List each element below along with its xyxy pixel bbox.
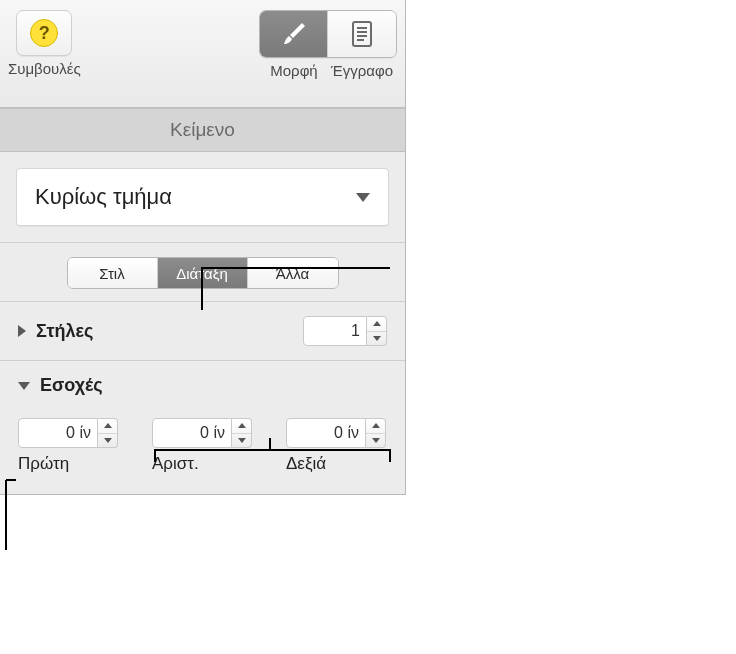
indent-left-group: 0 ίν Αριστ. [152, 418, 252, 474]
indent-right-stepper[interactable] [366, 418, 386, 448]
columns-field[interactable]: 1 [303, 316, 367, 346]
tips-button[interactable]: ? [16, 10, 72, 56]
document-icon [349, 19, 375, 49]
indents-label: Εσοχές [40, 375, 103, 396]
inspector-mode-segmented: Μορφή Έγγραφο [259, 10, 397, 79]
disclosure-down-icon[interactable] [18, 382, 30, 390]
columns-value: 1 [351, 322, 360, 340]
chevron-down-icon [356, 193, 370, 202]
toolbar: ? Συμβουλές [0, 0, 405, 108]
svg-rect-0 [353, 22, 371, 46]
indent-left-value: 0 ίν [200, 424, 225, 442]
format-inspector-panel: ? Συμβουλές [0, 0, 406, 495]
paragraph-style-value: Κυρίως τμήμα [35, 184, 172, 210]
indent-right-field[interactable]: 0 ίν [286, 418, 366, 448]
indent-right-step-up[interactable] [366, 419, 385, 434]
tab-style[interactable]: Στιλ [68, 258, 158, 288]
arrow-down-icon [104, 438, 112, 443]
disclosure-right-icon[interactable] [18, 325, 26, 337]
tab-more[interactable]: Άλλα [248, 258, 338, 288]
arrow-up-icon [372, 423, 380, 428]
columns-stepper[interactable] [367, 316, 387, 346]
columns-step-up[interactable] [367, 317, 386, 332]
columns-row: Στήλες 1 [0, 302, 405, 361]
arrow-down-icon [372, 438, 380, 443]
arrow-up-icon [104, 423, 112, 428]
indent-right-group: 0 ίν Δεξιά [286, 418, 386, 474]
indents-section: Εσοχές 0 ίν Πρώτη 0 ίν [0, 361, 405, 494]
document-mode-button[interactable] [328, 11, 396, 57]
columns-step-down[interactable] [367, 332, 386, 346]
indent-left-stepper[interactable] [232, 418, 252, 448]
indent-first-step-up[interactable] [98, 419, 117, 434]
question-icon: ? [30, 19, 58, 47]
tips-label: Συμβουλές [8, 60, 81, 77]
indent-right-label: Δεξιά [286, 454, 326, 474]
arrow-up-icon [238, 423, 246, 428]
indent-left-step-down[interactable] [232, 434, 251, 448]
indent-left-step-up[interactable] [232, 419, 251, 434]
indent-first-field[interactable]: 0 ίν [18, 418, 98, 448]
format-mode-label: Μορφή [260, 62, 328, 79]
indent-right-value: 0 ίν [334, 424, 359, 442]
format-mode-button[interactable] [260, 11, 328, 57]
indent-first-group: 0 ίν Πρώτη [18, 418, 118, 474]
indent-first-value: 0 ίν [66, 424, 91, 442]
arrow-down-icon [238, 438, 246, 443]
tips-toolbar-item: ? Συμβουλές [8, 10, 81, 77]
indent-first-label: Πρώτη [18, 454, 69, 474]
columns-label: Στήλες [36, 321, 93, 342]
tab-layout[interactable]: Διάταξη [158, 258, 248, 288]
inspector-section-title: Κείμενο [0, 108, 405, 152]
text-tabs: Στιλ Διάταξη Άλλα [0, 243, 405, 302]
arrow-up-icon [373, 321, 381, 326]
arrow-down-icon [373, 336, 381, 341]
indent-left-field[interactable]: 0 ίν [152, 418, 232, 448]
paintbrush-icon [279, 19, 309, 49]
document-mode-label: Έγγραφο [328, 62, 396, 79]
paragraph-style-dropdown[interactable]: Κυρίως τμήμα [16, 168, 389, 226]
indent-left-label: Αριστ. [152, 454, 199, 474]
indent-right-step-down[interactable] [366, 434, 385, 448]
indent-first-stepper[interactable] [98, 418, 118, 448]
indent-first-step-down[interactable] [98, 434, 117, 448]
